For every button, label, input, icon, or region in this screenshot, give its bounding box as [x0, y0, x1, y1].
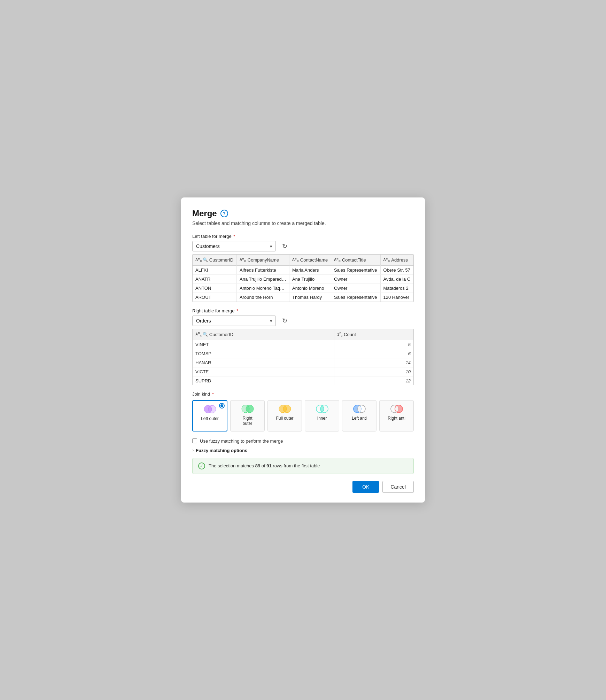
search-icon: 🔍: [203, 257, 208, 262]
fuzzy-matching-label: Use fuzzy matching to perform the merge: [200, 438, 283, 444]
right-table-select[interactable]: Orders Customers Products: [192, 316, 276, 326]
dialog-title: Merge: [192, 209, 217, 218]
cell-contacttitle: Sales Representative: [331, 265, 381, 274]
left-table-select-row: Customers Orders Products ↻: [192, 241, 414, 251]
left-table-label: Left table for merge *: [192, 234, 414, 239]
left-col-customerid[interactable]: ABC 🔍 CustomerID: [193, 255, 236, 265]
venn-left-outer: [202, 404, 218, 414]
right-col-customerid[interactable]: ABC 🔍 CustomerID: [193, 329, 334, 340]
left-table-select[interactable]: Customers Orders Products: [192, 241, 276, 251]
join-left-anti-label: Left anti: [352, 416, 367, 421]
search-icon: 🔍: [203, 332, 208, 337]
left-table-refresh-button[interactable]: ↻: [279, 241, 290, 251]
join-right-anti-label: Right anti: [388, 416, 405, 421]
left-col-contacttitle[interactable]: ABC ContactTitle: [331, 255, 381, 265]
right-table-refresh-button[interactable]: ↻: [279, 316, 290, 326]
right-table-label: Right table for merge *: [192, 308, 414, 313]
dialog-subtitle: Select tables and matching columns to cr…: [192, 220, 414, 226]
cell-address: Obere Str. 57: [380, 265, 413, 274]
table-row[interactable]: TOMSP 6: [193, 349, 413, 358]
col-type-icon: ABC: [240, 257, 246, 263]
cell-customerid: ALFKI: [193, 265, 236, 274]
venn-full-outer: [277, 404, 293, 414]
ok-button[interactable]: OK: [352, 481, 379, 493]
cell-companyname: Alfreds Futterkiste: [236, 265, 289, 274]
cell-contactname: Maria Anders: [289, 265, 331, 274]
col-type-icon: ABC 🔍: [195, 257, 208, 263]
join-right-outer[interactable]: Rightouter: [230, 400, 265, 431]
left-col-contactname[interactable]: ABC ContactName: [289, 255, 331, 265]
merge-dialog: Merge ? Select tables and matching colum…: [181, 197, 425, 502]
right-table: ABC 🔍 CustomerID 123 Cou: [193, 329, 413, 385]
svg-point-3: [246, 405, 254, 413]
chevron-right-icon: ›: [192, 448, 194, 453]
join-right-outer-label: Rightouter: [242, 416, 252, 427]
col-type-icon: 123: [337, 332, 342, 337]
right-col-count[interactable]: 123 Count: [334, 329, 413, 340]
left-table-container: ABC 🔍 CustomerID ABC Com: [192, 254, 414, 302]
join-kind-label: Join kind *: [192, 391, 414, 397]
table-row[interactable]: VICTE 10: [193, 367, 413, 376]
col-type-icon: ABC: [383, 257, 390, 263]
venn-right-outer: [240, 404, 255, 414]
venn-inner: [314, 404, 330, 414]
match-info-banner: ✓ The selection matches 89 of 91 rows fr…: [192, 458, 414, 474]
table-row[interactable]: AROUT Around the Horn Thomas Hardy Sales…: [193, 293, 413, 302]
col-type-icon: ABC: [334, 257, 341, 263]
left-col-companyname[interactable]: ABC CompanyName: [236, 255, 289, 265]
fuzzy-matching-row: Use fuzzy matching to perform the merge: [192, 438, 414, 444]
col-type-icon: ABC 🔍: [195, 332, 208, 337]
left-table-select-wrapper: Customers Orders Products: [192, 241, 276, 251]
checkmark-icon: ✓: [198, 462, 205, 469]
help-icon[interactable]: ?: [220, 210, 228, 217]
fuzzy-expand-row[interactable]: › Fuzzy matching options: [192, 448, 414, 453]
join-left-anti[interactable]: Left anti: [342, 400, 376, 431]
join-inner[interactable]: Inner: [305, 400, 339, 431]
join-options: Left outer Rightouter Full outer: [192, 400, 414, 431]
left-col-address[interactable]: ABC Address: [380, 255, 413, 265]
table-row[interactable]: VINET 5: [193, 340, 413, 349]
join-left-outer-label: Left outer: [201, 416, 219, 422]
left-table-header-row: ABC 🔍 CustomerID ABC Com: [193, 255, 413, 265]
dialog-buttons: OK Cancel: [192, 481, 414, 493]
right-table-select-wrapper: Orders Customers Products: [192, 316, 276, 326]
svg-point-5: [283, 405, 291, 413]
fuzzy-expand-label: Fuzzy matching options: [196, 448, 247, 453]
venn-right-anti: [389, 404, 404, 414]
fuzzy-matching-checkbox[interactable]: [192, 438, 197, 443]
right-table-select-row: Orders Customers Products ↻: [192, 316, 414, 326]
left-table-scroll: ABC 🔍 CustomerID ABC Com: [193, 255, 413, 301]
radio-left-outer: [219, 403, 225, 409]
join-inner-label: Inner: [317, 416, 327, 421]
join-full-outer[interactable]: Full outer: [267, 400, 302, 431]
right-table-header-row: ABC 🔍 CustomerID 123 Cou: [193, 329, 413, 340]
cancel-button[interactable]: Cancel: [382, 481, 414, 493]
right-table-container: ABC 🔍 CustomerID 123 Cou: [192, 329, 414, 385]
join-full-outer-label: Full outer: [276, 416, 293, 421]
col-type-icon: ABC: [292, 257, 299, 263]
join-left-outer[interactable]: Left outer: [192, 400, 227, 431]
svg-point-1: [208, 405, 216, 413]
table-row[interactable]: ANTON Antonio Moreno Taquería Antonio Mo…: [193, 283, 413, 293]
venn-left-anti: [352, 404, 367, 414]
join-right-anti[interactable]: Right anti: [379, 400, 414, 431]
dialog-header: Merge ?: [192, 209, 414, 218]
table-row[interactable]: ALFKI Alfreds Futterkiste Maria Anders S…: [193, 265, 413, 274]
match-text: The selection matches 89 of 91 rows from…: [209, 463, 320, 468]
right-table-scroll: ABC 🔍 CustomerID 123 Cou: [193, 329, 413, 385]
table-row[interactable]: ANATR Ana Trujillo Emparedados y helados…: [193, 274, 413, 283]
table-row[interactable]: SUPRD 12: [193, 376, 413, 385]
table-row[interactable]: HANAR 14: [193, 358, 413, 367]
left-table: ABC 🔍 CustomerID ABC Com: [193, 255, 413, 301]
